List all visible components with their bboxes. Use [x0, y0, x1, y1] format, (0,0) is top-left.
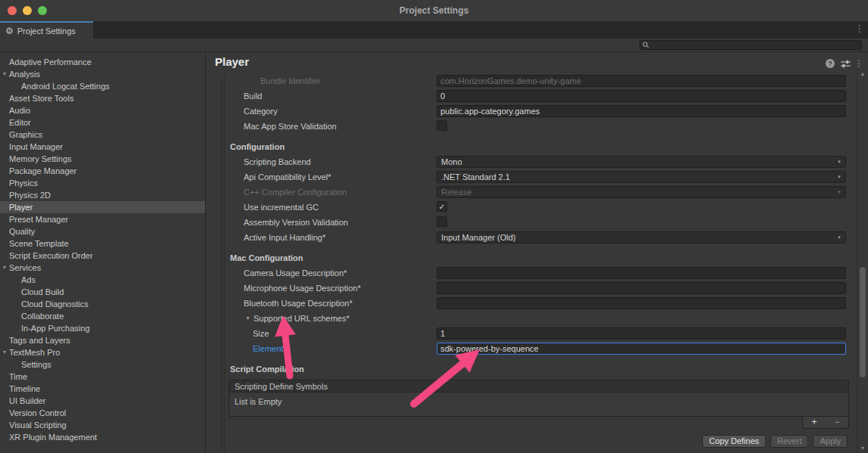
gear-icon: ⚙: [5, 26, 14, 36]
foldout-label-supported-url-schemes[interactable]: Supported URL schemes*: [254, 314, 350, 323]
size-field[interactable]: 1: [437, 327, 846, 340]
sidebar-item-label: XR Plugin Management: [9, 433, 97, 442]
sidebar-item-label: Analysis: [9, 70, 40, 79]
copy-defines-button[interactable]: Copy Defines: [702, 435, 766, 448]
c-compiler-configuration-dropdown[interactable]: Release▼: [437, 186, 846, 198]
camera-usage-description-field[interactable]: [437, 267, 846, 279]
panel-menu-icon[interactable]: ⋮: [854, 58, 863, 69]
sidebar-item-label: Memory Settings: [9, 154, 72, 163]
revert-button[interactable]: Revert: [770, 435, 808, 448]
window-menu-icon[interactable]: ⋮: [855, 23, 864, 34]
scroll-down-icon[interactable]: ▼: [857, 445, 868, 451]
remove-item-button[interactable]: −: [829, 417, 845, 427]
sidebar-item-xr-plugin-management[interactable]: XR Plugin Management: [0, 431, 205, 443]
field-label-microphone-usage-description: Microphone Usage Description*: [244, 284, 361, 293]
api-compatibility-level-dropdown[interactable]: .NET Standard 2.1▼: [437, 171, 846, 183]
settings-row: Configuration: [206, 139, 856, 154]
category-field[interactable]: public.app-category.games: [437, 105, 846, 117]
sidebar-item-analysis[interactable]: ▼Analysis: [0, 68, 205, 80]
section-header-script-compilation: Script Compilation: [230, 365, 304, 374]
sidebar-item-cloud-build[interactable]: Cloud Build: [0, 286, 205, 298]
sidebar-item-android-logcat-settings[interactable]: Android Logcat Settings: [0, 80, 205, 92]
sidebar-item-physics-2d[interactable]: Physics 2D: [0, 189, 205, 201]
field-label-element-0: Element 0: [253, 344, 291, 353]
sidebar-item-quality[interactable]: Quality: [0, 225, 205, 237]
field-label-bluetooth-usage-description: Bluetooth Usage Description*: [244, 299, 353, 308]
sidebar-item-label: Script Execution Order: [9, 251, 93, 260]
scripting-backend-dropdown[interactable]: Mono▼: [437, 156, 846, 168]
field-label-scripting-backend: Scripting Backend: [244, 157, 311, 166]
sidebar-item-visual-scripting[interactable]: Visual Scripting: [0, 419, 205, 431]
foldout-icon[interactable]: ▼: [245, 315, 250, 321]
bundle-identifier-field[interactable]: com.HorizonGames.demo-unity-game: [437, 75, 846, 87]
apply-button[interactable]: Apply: [813, 435, 848, 448]
help-icon[interactable]: ?: [826, 59, 835, 68]
scrollbar-thumb[interactable]: [860, 267, 866, 377]
zoom-window-button[interactable]: [38, 6, 47, 15]
minimize-window-button[interactable]: [23, 6, 32, 15]
settings-row: Use incremental GC✓: [206, 200, 856, 215]
sidebar-item-editor[interactable]: Editor: [0, 116, 205, 129]
sidebar-item-cloud-diagnostics[interactable]: Cloud Diagnostics: [0, 298, 205, 310]
sidebar-item-label: Input Manager: [9, 142, 63, 151]
page-title: Player: [215, 55, 249, 68]
assembly-version-validation-checkbox[interactable]: [437, 216, 447, 227]
sidebar-item-settings[interactable]: Settings: [0, 358, 205, 371]
sidebar-item-label: Settings: [21, 360, 51, 369]
settings-row: C++ Compiler ConfigurationRelease▼: [206, 185, 856, 200]
sidebar-item-label: Timeline: [9, 384, 40, 393]
settings-row: Api Compatibility Level*.NET Standard 2.…: [206, 169, 856, 185]
field-label-size: Size: [253, 329, 269, 338]
expander-icon[interactable]: ▼: [1, 68, 8, 80]
bluetooth-usage-description-field[interactable]: [437, 297, 846, 309]
sidebar-item-player[interactable]: Player: [0, 201, 205, 213]
add-item-button[interactable]: +: [806, 417, 823, 427]
sidebar-item-preset-manager[interactable]: Preset Manager: [0, 213, 205, 225]
sidebar-item-label: Ads: [21, 275, 36, 284]
sidebar-item-memory-settings[interactable]: Memory Settings: [0, 153, 205, 165]
sidebar-item-audio[interactable]: Audio: [0, 104, 205, 116]
tab-project-settings[interactable]: ⚙ Project Settings: [0, 21, 93, 39]
sidebar-item-physics[interactable]: Physics: [0, 177, 205, 189]
sidebar-item-services[interactable]: ▼Services: [0, 262, 205, 274]
scripting-define-symbols-list: Scripting Define Symbols List is Empty: [229, 380, 849, 417]
use-incremental-gc-checkbox[interactable]: ✓: [437, 201, 447, 212]
sidebar-item-label: Preset Manager: [9, 215, 68, 224]
field-label-c-compiler-configuration: C++ Compiler Configuration: [244, 188, 347, 197]
sidebar-item-adaptive-performance[interactable]: Adaptive Performance: [0, 56, 205, 68]
expander-icon[interactable]: ▼: [1, 346, 8, 358]
sidebar-item-time[interactable]: Time: [0, 371, 205, 383]
sidebar-item-tags-and-layers[interactable]: Tags and Layers: [0, 334, 205, 346]
section-header-configuration: Configuration: [230, 142, 285, 151]
settings-row: Scripting BackendMono▼: [206, 154, 856, 169]
expander-icon[interactable]: ▼: [1, 262, 8, 274]
sidebar-item-label: Collaborate: [21, 312, 64, 321]
active-input-handling-dropdown[interactable]: Input Manager (Old)▼: [437, 231, 846, 244]
presets-icon[interactable]: [841, 60, 851, 68]
element-0-field[interactable]: sdk-powered-by-sequence: [437, 343, 846, 355]
scroll-up-icon[interactable]: ▲: [857, 71, 868, 76]
sidebar-item-scene-template[interactable]: Scene Template: [0, 237, 205, 250]
sidebar-item-package-manager[interactable]: Package Manager: [0, 165, 205, 177]
sidebar-item-ads[interactable]: Ads: [0, 274, 205, 286]
sidebar-item-label: Graphics: [9, 130, 42, 139]
sidebar-item-asset-store-tools[interactable]: Asset Store Tools: [0, 92, 205, 104]
build-field[interactable]: 0: [437, 90, 846, 102]
sidebar-item-input-manager[interactable]: Input Manager: [0, 141, 205, 153]
settings-row: Build0: [206, 88, 856, 104]
search-input[interactable]: [639, 40, 862, 50]
sidebar-item-in-app-purchasing[interactable]: In-App Purchasing: [0, 322, 205, 334]
sidebar-item-timeline[interactable]: Timeline: [0, 383, 205, 395]
mac-app-store-validation-checkbox[interactable]: [437, 120, 447, 131]
sidebar-item-collaborate[interactable]: Collaborate: [0, 310, 205, 322]
microphone-usage-description-field[interactable]: [437, 282, 846, 294]
close-window-button[interactable]: [8, 6, 17, 15]
sidebar-item-textmesh-pro[interactable]: ▼TextMesh Pro: [0, 346, 205, 358]
field-label-assembly-version-validation: Assembly Version Validation: [244, 218, 348, 227]
sidebar-item-script-execution-order[interactable]: Script Execution Order: [0, 250, 205, 262]
vertical-scrollbar[interactable]: ▲ ▼: [857, 69, 868, 453]
sidebar-item-ui-builder[interactable]: UI Builder: [0, 395, 205, 407]
sidebar-item-version-control[interactable]: Version Control: [0, 407, 205, 419]
sidebar-item-graphics[interactable]: Graphics: [0, 129, 205, 141]
dropdown-value: Input Manager (Old): [441, 233, 515, 242]
